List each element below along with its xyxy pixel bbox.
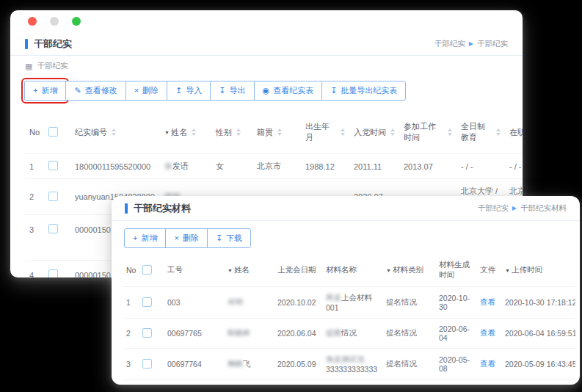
redacted-text: 海县测试范	[326, 355, 365, 363]
eye-icon: ◉	[263, 87, 270, 95]
edit-icon: ✎	[74, 87, 81, 95]
col-gen-time: 材料生成时间	[436, 254, 477, 287]
redacted-text: 周县	[326, 293, 341, 302]
col-upload-time[interactable]: ▼上传时间	[502, 254, 575, 287]
title-accent-bar	[125, 203, 128, 214]
table-header-row: No 纪实编号 ▼姓名 性别 籍贯 出生年月 入党时间 参加工作时间 全日制教育…	[25, 111, 523, 154]
panel-header: ▦ 干部纪实	[10, 56, 523, 75]
view-file-link[interactable]: 查看	[480, 359, 495, 368]
export-button[interactable]: ↧ 导出	[210, 81, 254, 101]
col-onjob-edu: 在职教育	[505, 111, 523, 154]
page-title-text: 干部纪实材料	[134, 202, 191, 215]
page-title: 干部纪实材料	[125, 202, 191, 215]
page-header: 干部纪实 干部纪实 ▶ 干部纪实	[10, 32, 523, 56]
breadcrumb-item[interactable]: 干部纪实	[434, 39, 465, 49]
delete-button[interactable]: × 删除	[165, 228, 207, 248]
delete-button[interactable]: × 删除	[126, 81, 167, 101]
download-icon: ↧	[216, 234, 222, 242]
col-no: No	[25, 111, 44, 154]
row-checkbox[interactable]	[142, 297, 152, 307]
col-name[interactable]: ▼姓名	[225, 254, 274, 287]
breadcrumb-item-current: 干部纪实	[477, 39, 508, 49]
col-name[interactable]: ▼姓名	[160, 111, 211, 154]
window-titlebar	[10, 10, 523, 32]
download-icon: ↧	[330, 87, 337, 95]
batch-export-button[interactable]: ↧ 批量导出纪实表	[321, 81, 406, 101]
add-button[interactable]: + 新增	[24, 81, 66, 101]
table-row: 1 18000011595520000 张发语 女 北京市 1988.12 20…	[25, 154, 523, 179]
view-file-link[interactable]: 查看	[480, 297, 495, 306]
page-title-text: 干部纪实	[34, 37, 72, 51]
col-material-type[interactable]: ▼材料类别	[383, 254, 436, 287]
col-work-date[interactable]: 参加工作时间	[399, 111, 456, 154]
col-record-id[interactable]: 纪实编号	[70, 111, 160, 154]
col-meeting-date: 上党会日期	[274, 254, 323, 287]
sort-icon[interactable]	[192, 128, 196, 136]
breadcrumb: 干部纪实 ▶ 干部纪实材料	[478, 203, 567, 214]
import-button[interactable]: ↥ 导入	[167, 81, 211, 101]
sort-icon[interactable]	[236, 128, 241, 136]
row-checkbox[interactable]	[48, 161, 58, 170]
row-checkbox[interactable]	[142, 328, 152, 338]
col-job-id: 工号	[164, 254, 225, 287]
table-row: 1 003 何明 2020.10.02 周县上会材料001 提名情况 2020-…	[123, 287, 575, 319]
window-cadre-materials: 干部纪实材料 干部纪实 ▶ 干部纪实材料 + 新增 × 删除 ↧ 下载	[112, 196, 580, 385]
redacted-name: 张	[164, 161, 172, 170]
redacted-name: 陈晓林	[228, 328, 251, 337]
view-file-link[interactable]: 查看	[480, 328, 495, 337]
add-button[interactable]: + 新增	[124, 228, 166, 248]
table-row: 3 00697764 梅晓飞 2020.05.09 海县测试范333333333…	[123, 349, 575, 380]
col-party-date[interactable]: 入党时间	[349, 111, 399, 154]
row-checkbox[interactable]	[48, 224, 58, 233]
table-row: 2 00697765 陈晓林 2020.06.04 提图情况 提名情况 2020…	[123, 319, 575, 349]
col-fulltime-edu[interactable]: 全日制教育	[456, 111, 505, 154]
sort-icon[interactable]	[448, 128, 452, 136]
col-material-name: 材料名称	[323, 254, 383, 287]
table-grid-icon: ▦	[25, 62, 32, 71]
sort-icon[interactable]	[277, 128, 282, 136]
back-toolbar: + 新增 ✎ 查看修改 × 删除 ↥ 导入 ↧ 导出 ◉ 查看纪实表 ↧ 批量导…	[10, 75, 523, 105]
breadcrumb-item-current: 干部纪实材料	[520, 203, 567, 214]
download-icon: ↧	[219, 87, 225, 95]
select-all-checkbox[interactable]	[142, 265, 152, 275]
panel-header-label: 干部纪实	[37, 61, 68, 71]
breadcrumb-arrow-icon: ▶	[469, 40, 473, 47]
materials-table: No 工号 ▼姓名 上党会日期 材料名称 ▼材料类别 材料生成时间 文件 ▼上传…	[123, 254, 575, 385]
breadcrumb: 干部纪实 ▶ 干部纪实	[434, 39, 508, 49]
redacted-name: 何明	[228, 297, 243, 306]
redacted-text: 提图	[326, 328, 341, 337]
select-all-checkbox[interactable]	[48, 127, 58, 137]
sort-icon[interactable]	[341, 128, 345, 136]
filter-icon[interactable]: ▼	[505, 268, 510, 273]
close-window-dot[interactable]	[28, 17, 37, 26]
view-record-sheet-button[interactable]: ◉ 查看纪实表	[254, 81, 323, 101]
row-checkbox[interactable]	[48, 192, 58, 201]
front-toolbar: + 新增 × 删除 ↧ 下载	[112, 221, 580, 253]
download-button[interactable]: ↧ 下载	[207, 228, 251, 248]
minimize-window-dot[interactable]	[50, 17, 59, 26]
table-row: 4 00697764 温晓飞 2020.03.03 海角测试 民主推荐情况 20…	[123, 380, 575, 385]
view-edit-button[interactable]: ✎ 查看修改	[65, 81, 126, 101]
maximize-window-dot[interactable]	[72, 17, 81, 26]
upload-icon: ↥	[175, 87, 182, 95]
filter-icon[interactable]: ▼	[228, 268, 233, 273]
col-origin[interactable]: 籍贯	[252, 111, 301, 154]
close-icon: ×	[134, 87, 139, 95]
col-birth[interactable]: 出生年月	[301, 111, 349, 154]
table-header-row: No 工号 ▼姓名 上党会日期 材料名称 ▼材料类别 材料生成时间 文件 ▼上传…	[123, 254, 575, 287]
filter-icon[interactable]: ▼	[386, 268, 391, 273]
sort-icon[interactable]	[112, 128, 116, 136]
close-icon: ×	[174, 234, 178, 242]
row-checkbox[interactable]	[142, 359, 152, 369]
filter-icon[interactable]: ▼	[164, 130, 170, 135]
row-checkbox[interactable]	[48, 269, 58, 277]
breadcrumb-item[interactable]: 干部纪实	[478, 203, 509, 214]
title-accent-bar	[25, 39, 28, 49]
sort-icon[interactable]	[496, 128, 501, 136]
col-no: No	[123, 254, 139, 287]
plus-icon: +	[33, 87, 37, 95]
col-gender[interactable]: 性别	[211, 111, 252, 154]
breadcrumb-arrow-icon: ▶	[512, 205, 517, 211]
page-title: 干部纪实	[25, 37, 72, 51]
sort-icon[interactable]	[390, 128, 395, 136]
